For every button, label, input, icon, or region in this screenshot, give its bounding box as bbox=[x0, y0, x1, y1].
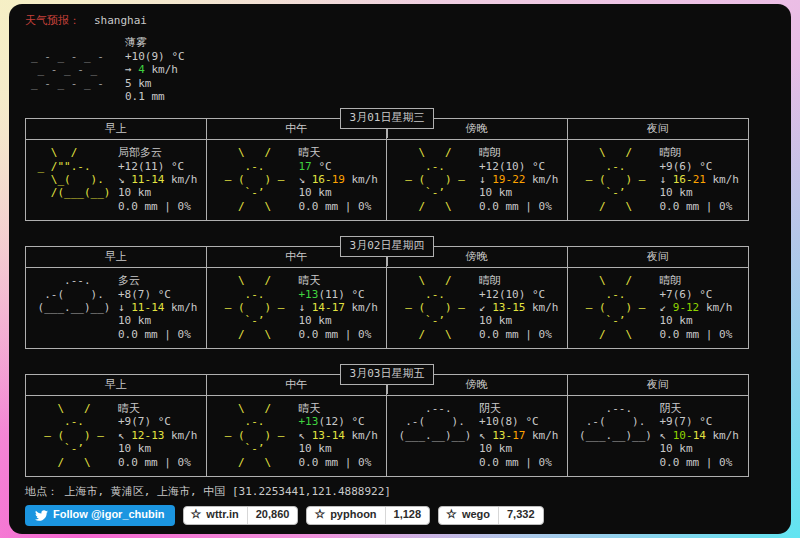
sunny-art: \ / .-. ― ( ) ― `-’ / \ bbox=[568, 274, 660, 341]
wind: ↘ 11-14 km/h bbox=[118, 173, 198, 186]
temperature: +13(12) °C bbox=[299, 415, 379, 428]
footer-badges: Follow @igor_chubin ☆wttr.in20,860☆pypho… bbox=[25, 505, 775, 525]
visibility: 10 km bbox=[479, 186, 559, 199]
twitter-follow-button[interactable]: Follow @igor_chubin bbox=[25, 505, 175, 525]
github-star-badge-wego[interactable]: ☆wego7,332 bbox=[438, 506, 543, 524]
condition-label: 局部多云 bbox=[118, 146, 198, 159]
sunny-art: \ / .-. ― ( ) ― `-’ / \ bbox=[568, 146, 660, 213]
precipitation: 0.0 mm | 0% bbox=[660, 200, 740, 213]
forecast-day-2: 3月02日星期四早上中午傍晚夜间 .--. .-( ). (___.__)__)… bbox=[25, 236, 749, 349]
wind: ↖ 12-13 km/h bbox=[118, 429, 198, 442]
visibility: 10 km bbox=[118, 314, 198, 327]
visibility: 10 km bbox=[299, 314, 379, 327]
cloudy-art: .--. .-( ). (___.__)__) bbox=[387, 402, 479, 469]
weather-row: \ / .-. ― ( ) ― `-’ / \晴天+9(7) °C↖ 12-13… bbox=[26, 396, 748, 476]
weather-cell: \ / _ /"".-. \_( ). /(___(__)局部多云+12(11)… bbox=[26, 140, 207, 220]
twitter-bird-icon bbox=[35, 509, 48, 522]
wind: ↓ 19-22 km/h bbox=[479, 173, 559, 186]
condition-label: 晴天 bbox=[299, 274, 379, 287]
wind: ↖ 13-14 km/h bbox=[299, 429, 379, 442]
condition-label: 晴朗 bbox=[660, 274, 733, 287]
visibility: 10 km bbox=[479, 314, 559, 327]
visibility: 10 km bbox=[299, 442, 379, 455]
weather-cell: \ / .-. ― ( ) ― `-’ / \晴朗+12(10) °C↙ 13-… bbox=[387, 268, 568, 348]
current-conditions: _ - _ - _ - _ - _ - _ _ - _ - _ - 薄雾 +10… bbox=[25, 36, 775, 103]
wind-arrow-icon: ↘ bbox=[118, 173, 125, 186]
cell-info: 局部多云+12(11) °C↘ 11-14 km/h10 km0.0 mm | … bbox=[118, 146, 198, 213]
date-box: 3月03日星期五 bbox=[340, 364, 435, 384]
current-temperature: +10(9) °C bbox=[125, 50, 185, 63]
weather-cell: .--. .-( ). (___.__)__)阴天+9(7) °C↖ 10-14… bbox=[568, 396, 749, 476]
precipitation: 0.0 mm | 0% bbox=[118, 328, 198, 341]
precipitation: 0.0 mm | 0% bbox=[479, 328, 559, 341]
location-line: 地点： 上海市, 黄浦区, 上海市, 中国 [31.2253441,121.48… bbox=[25, 485, 775, 498]
condition-label: 阴天 bbox=[479, 402, 559, 415]
condition-label: 晴朗 bbox=[479, 274, 559, 287]
wind-arrow-icon: ↓ bbox=[299, 301, 306, 314]
time-header-0: 早上 bbox=[26, 247, 207, 267]
cell-info: 晴朗+12(10) °C↙ 13-15 km/h10 km0.0 mm | 0% bbox=[479, 274, 559, 341]
current-info: 薄雾 +10(9) °C → 4 km/h 5 km 0.1 mm bbox=[125, 36, 185, 103]
current-precipitation: 0.1 mm bbox=[125, 90, 185, 103]
terminal-window: 天气预报：shanghai _ - _ - _ - _ - _ - _ _ - … bbox=[9, 4, 791, 534]
temperature: 17 °C bbox=[299, 160, 379, 173]
date-box: 3月01日星期三 bbox=[340, 108, 435, 128]
sunny-art: \ / .-. ― ( ) ― `-’ / \ bbox=[207, 146, 299, 213]
visibility: 10 km bbox=[479, 442, 559, 455]
condition-label: 多云 bbox=[118, 274, 198, 287]
temperature: +12(10) °C bbox=[479, 288, 559, 301]
visibility: 10 km bbox=[660, 314, 733, 327]
star-badges: ☆wttr.in20,860☆pyphoon1,128☆wego7,332 bbox=[183, 506, 544, 524]
condition-label: 晴朗 bbox=[479, 146, 559, 159]
temperature: +9(7) °C bbox=[118, 415, 198, 428]
wind: ↙ 13-15 km/h bbox=[479, 301, 559, 314]
current-wind: → 4 km/h bbox=[125, 63, 185, 76]
weather-cell: \ / .-. ― ( ) ― `-’ / \晴朗+12(10) °C↓ 19-… bbox=[387, 140, 568, 220]
weather-row: .--. .-( ). (___.__)__)多云+8(7) °C↓ 11-14… bbox=[26, 268, 748, 348]
wind: ↓ 14-17 km/h bbox=[299, 301, 379, 314]
cell-info: 晴天+13(11) °C↓ 14-17 km/h10 km0.0 mm | 0% bbox=[299, 274, 379, 341]
sunny-art: \ / .-. ― ( ) ― `-’ / \ bbox=[387, 274, 479, 341]
wind: ↖ 13-17 km/h bbox=[479, 429, 559, 442]
precipitation: 0.0 mm | 0% bbox=[479, 200, 559, 213]
cell-info: 晴天17 °C↘ 16-19 km/h10 km0.0 mm | 0% bbox=[299, 146, 379, 213]
weather-cell: \ / .-. ― ( ) ― `-’ / \晴天+13(12) °C↖ 13-… bbox=[207, 396, 388, 476]
date-box: 3月02日星期四 bbox=[340, 236, 435, 256]
github-star-badge-wttr.in[interactable]: ☆wttr.in20,860 bbox=[183, 506, 299, 524]
temperature: +9(7) °C bbox=[660, 415, 740, 428]
star-icon: ☆ bbox=[307, 507, 325, 523]
time-header-3: 夜间 bbox=[568, 375, 749, 395]
visibility: 10 km bbox=[299, 186, 379, 199]
sunny-art: \ / .-. ― ( ) ― `-’ / \ bbox=[207, 274, 299, 341]
cloudy-art: .--. .-( ). (___.__)__) bbox=[26, 274, 118, 341]
precipitation: 0.0 mm | 0% bbox=[479, 456, 559, 469]
cell-info: 阴天+10(8) °C↖ 13-17 km/h10 km0.0 mm | 0% bbox=[479, 402, 559, 469]
visibility: 10 km bbox=[660, 186, 740, 199]
precipitation: 0.0 mm | 0% bbox=[118, 456, 198, 469]
temperature: +8(7) °C bbox=[118, 288, 198, 301]
temperature: +10(8) °C bbox=[479, 415, 559, 428]
date-label: 3月03日星期五 bbox=[350, 367, 425, 380]
wind-arrow-icon: ↓ bbox=[660, 173, 667, 186]
time-header-3: 夜间 bbox=[568, 119, 749, 139]
time-header-3: 夜间 bbox=[568, 247, 749, 267]
star-icon: ☆ bbox=[184, 507, 202, 523]
star-icon: ☆ bbox=[439, 507, 457, 523]
precipitation: 0.0 mm | 0% bbox=[299, 328, 379, 341]
time-header-0: 早上 bbox=[26, 119, 207, 139]
forecast-day-3: 3月03日星期五早上中午傍晚夜间 \ / .-. ― ( ) ― `-’ / \… bbox=[25, 364, 749, 477]
weather-cell: \ / .-. ― ( ) ― `-’ / \晴天17 °C↘ 16-19 km… bbox=[207, 140, 388, 220]
weather-cell: \ / .-. ― ( ) ― `-’ / \晴朗+7(6) °C↙ 9-12 … bbox=[568, 268, 749, 348]
condition-label: 晴天 bbox=[118, 402, 198, 415]
github-star-badge-pyphoon[interactable]: ☆pyphoon1,128 bbox=[306, 506, 430, 524]
sunny-art: \ / .-. ― ( ) ― `-’ / \ bbox=[387, 146, 479, 213]
weather-cell: \ / .-. ― ( ) ― `-’ / \晴朗+9(6) °C↓ 16-21… bbox=[568, 140, 749, 220]
cell-info: 晴朗+7(6) °C↙ 9-12 km/h10 km0.0 mm | 0% bbox=[660, 274, 733, 341]
wind-arrow-icon: ↖ bbox=[118, 429, 125, 442]
temperature: +7(6) °C bbox=[660, 288, 733, 301]
wind-arrow-icon: ↖ bbox=[660, 429, 667, 442]
wind-arrow-icon: ↓ bbox=[118, 301, 125, 314]
temperature: +12(11) °C bbox=[118, 160, 198, 173]
forecast-days: 3月01日星期三早上中午傍晚夜间 \ / _ /"".-. \_( ). /(_… bbox=[25, 108, 775, 477]
wind-arrow-icon: → bbox=[125, 63, 132, 76]
